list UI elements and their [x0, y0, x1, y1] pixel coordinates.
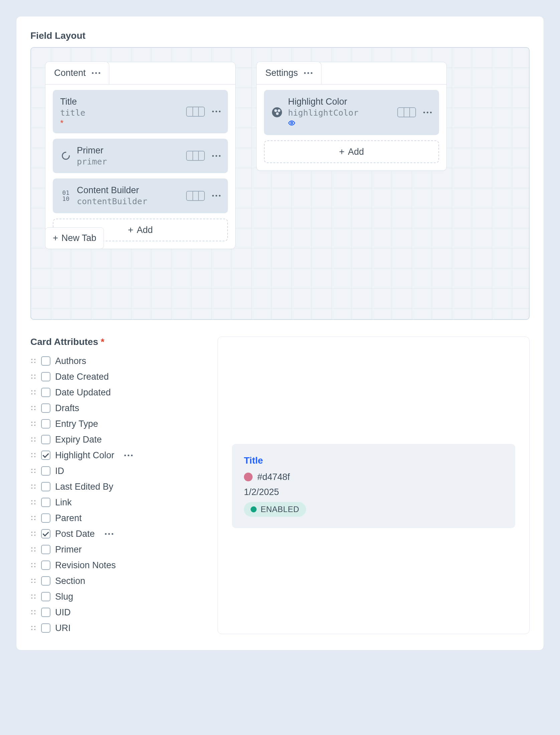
attribute-actions-icon[interactable] [124, 455, 133, 456]
drag-handle-icon[interactable] [30, 421, 36, 427]
card-attributes-section: Card Attributes * AuthorsDate CreatedDat… [30, 337, 530, 636]
drag-handle-icon[interactable] [30, 609, 36, 615]
tabs-row: Content Title title * [45, 62, 515, 249]
checkbox[interactable] [41, 592, 50, 601]
drag-handle-icon[interactable] [30, 594, 36, 600]
checkbox[interactable] [41, 451, 50, 460]
card-attribute-item[interactable]: Link [30, 495, 204, 510]
checkbox[interactable] [41, 403, 50, 413]
card-attribute-label: Section [55, 576, 85, 586]
card-attribute-item[interactable]: Primer [30, 542, 204, 558]
card-preview-title[interactable]: Title [244, 455, 503, 466]
checkbox[interactable] [41, 623, 50, 633]
field-row-title[interactable]: Title title * [53, 90, 228, 133]
field-label: Content Builder [77, 185, 181, 196]
tab-body: Highlight Color highlightColor +Add [257, 84, 446, 170]
checkbox[interactable] [41, 608, 50, 617]
checkbox[interactable] [41, 466, 50, 476]
tab-header-settings[interactable]: Settings [256, 62, 321, 84]
required-indicator: * [101, 337, 105, 347]
field-handle: contentBuilder [77, 196, 181, 207]
card-attribute-item[interactable]: Parent [30, 510, 204, 526]
width-handle[interactable] [186, 151, 205, 161]
card-attribute-item[interactable]: Section [30, 573, 204, 589]
drag-handle-icon[interactable] [30, 578, 36, 584]
checkbox[interactable] [41, 419, 50, 428]
drag-handle-icon[interactable] [30, 405, 36, 411]
field-actions-icon[interactable] [212, 195, 221, 197]
plus-icon: + [128, 225, 133, 235]
checkbox[interactable] [41, 576, 50, 586]
tab-actions-icon[interactable] [92, 72, 100, 74]
card-attribute-item[interactable]: Post Date [30, 526, 204, 542]
checkbox[interactable] [41, 529, 50, 538]
checkbox[interactable] [41, 356, 50, 366]
drag-handle-icon[interactable] [30, 468, 36, 474]
width-handle[interactable] [397, 107, 416, 117]
field-actions-icon[interactable] [212, 155, 221, 157]
card-attribute-item[interactable]: ID [30, 463, 204, 479]
card-attribute-label: Slug [55, 592, 73, 602]
field-handle: primer [77, 156, 181, 167]
card-attribute-item[interactable]: URI [30, 620, 204, 636]
field-layout-heading: Field Layout [30, 30, 530, 41]
field-row-primer[interactable]: Primer primer [53, 139, 228, 173]
card-attribute-item[interactable]: Entry Type [30, 416, 204, 432]
attribute-actions-icon[interactable] [105, 533, 113, 535]
checkbox[interactable] [41, 545, 50, 554]
drag-handle-icon[interactable] [30, 437, 36, 443]
card-preview-color: #d4748f [244, 472, 503, 482]
add-field-button[interactable]: +Add [264, 140, 439, 163]
card-attributes-heading: Card Attributes * [30, 337, 204, 347]
checkbox[interactable] [41, 498, 50, 507]
add-label: Add [348, 147, 364, 157]
card-attribute-item[interactable]: Revision Notes [30, 558, 204, 573]
card-attribute-label: UID [55, 607, 71, 618]
field-layout-canvas: Content Title title * [30, 47, 530, 320]
drag-handle-icon[interactable] [30, 452, 36, 458]
drag-handle-icon[interactable] [30, 531, 36, 537]
checkbox[interactable] [41, 435, 50, 444]
field-label: Highlight Color [288, 96, 392, 108]
checkbox[interactable] [41, 372, 50, 381]
field-actions-icon[interactable] [423, 112, 432, 113]
width-handle[interactable] [186, 107, 205, 117]
card-attribute-item[interactable]: Date Updated [30, 385, 204, 400]
card-attribute-item[interactable]: Slug [30, 589, 204, 605]
checkbox[interactable] [41, 482, 50, 491]
plus-icon: + [339, 146, 344, 157]
card-attribute-item[interactable]: Drafts [30, 400, 204, 416]
field-row-highlight-color[interactable]: Highlight Color highlightColor [264, 90, 439, 135]
card-attribute-label: Authors [55, 356, 86, 366]
card-attribute-item[interactable]: UID [30, 605, 204, 620]
tab-card-settings: Settings Highlight Color highlightColor [256, 62, 447, 171]
drag-handle-icon[interactable] [30, 484, 36, 490]
field-actions-icon[interactable] [212, 111, 221, 112]
drag-handle-icon[interactable] [30, 562, 36, 568]
card-attribute-item[interactable]: Expiry Date [30, 432, 204, 448]
checkbox[interactable] [41, 513, 50, 523]
checkbox[interactable] [41, 561, 50, 570]
checkbox[interactable] [41, 388, 50, 397]
drag-handle-icon[interactable] [30, 625, 36, 631]
card-attribute-item[interactable]: Last Edited By [30, 479, 204, 495]
card-attribute-label: Date Updated [55, 387, 111, 398]
card-attribute-label: Entry Type [55, 419, 98, 429]
drag-handle-icon[interactable] [30, 374, 36, 380]
new-tab-label: New Tab [61, 233, 97, 243]
card-attribute-item[interactable]: Date Created [30, 369, 204, 385]
tab-header-content[interactable]: Content [45, 62, 109, 84]
card-attribute-item[interactable]: Authors [30, 353, 204, 369]
new-tab-button[interactable]: + New Tab [45, 227, 104, 249]
card-attribute-label: Link [55, 497, 72, 508]
drag-handle-icon[interactable] [30, 499, 36, 505]
field-row-content-builder[interactable]: 0110 Content Builder contentBuilder [53, 178, 228, 213]
drag-handle-icon[interactable] [30, 515, 36, 521]
card-attribute-item[interactable]: Highlight Color [30, 448, 204, 463]
drag-handle-icon[interactable] [30, 389, 36, 395]
width-handle[interactable] [186, 191, 205, 201]
card-attribute-label: ID [55, 466, 64, 476]
drag-handle-icon[interactable] [30, 546, 36, 553]
tab-actions-icon[interactable] [304, 72, 312, 74]
drag-handle-icon[interactable] [30, 358, 36, 364]
